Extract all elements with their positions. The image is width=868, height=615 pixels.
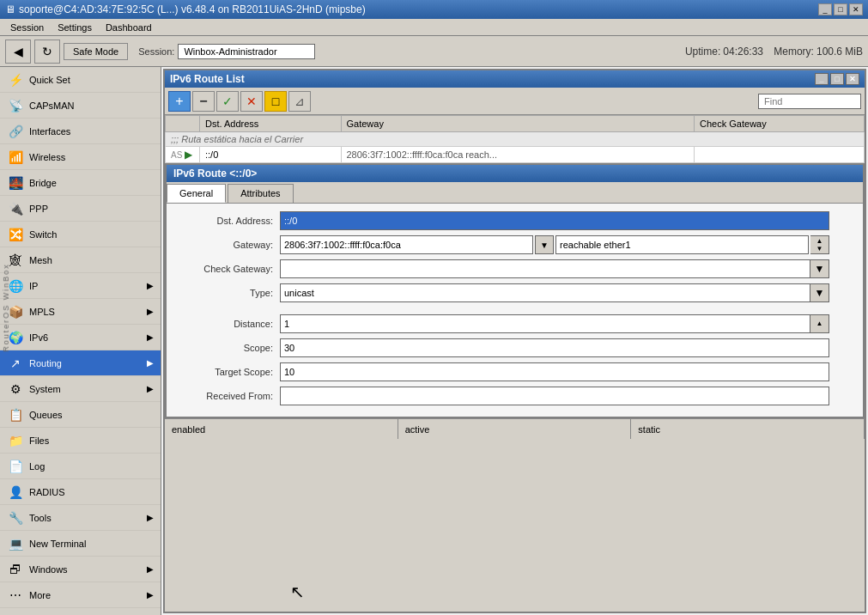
safe-mode-button[interactable]: Safe Mode [64, 43, 128, 60]
filter-button[interactable]: ⊿ [288, 91, 311, 112]
sidebar-item-windows[interactable]: 🗗 Windows ▶ [0, 557, 161, 582]
routing-expand-icon: ▶ [147, 358, 154, 368]
route-table: Dst. Address Gateway Check Gateway ;;; R… [165, 115, 865, 163]
sidebar-item-label: Mesh [29, 255, 154, 265]
sidebar-item-new-terminal[interactable]: 💻 New Terminal [0, 531, 161, 557]
sidebar-item-log[interactable]: 📄 Log [0, 454, 161, 479]
route-flag: AS ▶ [166, 147, 200, 163]
files-icon: 📁 [7, 432, 24, 449]
col-status[interactable] [166, 116, 200, 132]
queues-icon: 📋 [7, 406, 24, 423]
route-table-container: Dst. Address Gateway Check Gateway ;;; R… [165, 115, 865, 163]
forward-button[interactable]: ↻ [34, 40, 60, 64]
gateway-dropdown-button[interactable]: ▼ [535, 235, 554, 254]
close-button[interactable]: ✕ [849, 3, 863, 15]
menu-settings[interactable]: Settings [51, 21, 99, 34]
sidebar-item-queues[interactable]: 📋 Queues [0, 402, 161, 428]
back-button[interactable]: ◀ [5, 40, 31, 64]
table-row[interactable]: AS ▶ ::/0 2806:3f7:1002::ffff:f0ca:f0ca … [166, 147, 865, 163]
check-gateway-dropdown-button[interactable]: ▼ [810, 259, 829, 278]
col-check-gateway[interactable]: Check Gateway [695, 116, 865, 132]
sidebar-item-ip[interactable]: 🌐 IP ▶ [0, 273, 161, 299]
sidebar-item-radius[interactable]: 👤 RADIUS [0, 479, 161, 505]
sidebar: ⚡ Quick Set 📡 CAPsMAN 🔗 Interfaces 📶 Wir… [0, 67, 161, 615]
sidebar-item-ppp[interactable]: 🔌 PPP [0, 196, 161, 222]
sidebar-item-mesh[interactable]: 🕸 Mesh [0, 247, 161, 273]
window-restore-button[interactable]: □ [830, 73, 844, 85]
dst-address-input[interactable] [280, 211, 829, 230]
scope-input[interactable] [280, 338, 829, 357]
target-scope-input[interactable] [280, 362, 829, 381]
up-arrow-icon: ▲ [816, 320, 823, 327]
window-close-button[interactable]: ✕ [846, 73, 859, 85]
radius-icon: 👤 [7, 484, 24, 501]
sidebar-item-quick-set[interactable]: ⚡ Quick Set [0, 67, 161, 93]
disable-route-button[interactable]: ✕ [240, 91, 263, 112]
menu-session[interactable]: Session [3, 21, 51, 34]
sidebar-item-switch[interactable]: 🔀 Switch [0, 222, 161, 247]
content-area: IPv6 Route List _ □ ✕ + − ✓ ✕ □ ⊿ [161, 67, 868, 615]
gateway-reachable-arrows[interactable]: ▲ ▼ [810, 235, 829, 254]
sidebar-item-label: Wireless [29, 152, 154, 162]
tab-general[interactable]: General [167, 184, 226, 203]
sidebar-item-capsman[interactable]: 📡 CAPsMAN [0, 93, 161, 119]
received-from-input[interactable] [280, 387, 829, 405]
up-triangle-icon: ▲ [816, 238, 823, 245]
enable-route-button[interactable]: ✓ [216, 91, 239, 112]
status-enabled: enabled [165, 419, 398, 439]
type-dropdown-button[interactable]: ▼ [810, 283, 829, 302]
sidebar-item-ipv6[interactable]: 🌍 IPv6 ▶ [0, 325, 161, 350]
sidebar-item-interfaces[interactable]: 🔗 Interfaces [0, 119, 161, 144]
tab-attributes[interactable]: Attributes [228, 184, 293, 203]
scope-label: Scope: [177, 343, 280, 353]
uptime-label: Uptime: [685, 46, 720, 58]
sidebar-item-label: IPv6 [29, 332, 142, 343]
distance-arrows[interactable]: ▲ [810, 314, 829, 333]
col-dst-address[interactable]: Dst. Address [200, 116, 342, 132]
detail-body: Dst. Address: Gateway: ▼ ▲ ▼ [167, 204, 863, 417]
route-dst: ::/0 [200, 147, 342, 163]
sidebar-item-system[interactable]: ⚙ System ▶ [0, 376, 161, 402]
sidebar-item-routing[interactable]: ↗ Routing ▶ [0, 350, 161, 376]
sidebar-item-files[interactable]: 📁 Files [0, 428, 161, 454]
status-active: active [398, 419, 632, 439]
sidebar-item-bridge[interactable]: 🌉 Bridge [0, 170, 161, 196]
maximize-button[interactable]: □ [834, 3, 847, 15]
sidebar-item-mpls[interactable]: 📦 MPLS ▶ [0, 299, 161, 325]
window-minimize-button[interactable]: _ [815, 73, 829, 85]
sidebar-item-more[interactable]: ⋯ More ▶ [0, 582, 161, 608]
ppp-icon: 🔌 [7, 200, 24, 217]
distance-input[interactable] [280, 314, 810, 333]
col-gateway[interactable]: Gateway [341, 116, 695, 132]
sidebar-item-label: Routing [29, 358, 142, 368]
sidebar-item-label: Queues [29, 410, 154, 420]
comment-text: ;;; Ruta estática hacia el Carrier [166, 132, 865, 147]
ip-expand-icon: ▶ [147, 281, 154, 290]
menu-dashboard[interactable]: Dashboard [99, 21, 159, 34]
copy-route-button[interactable]: □ [264, 91, 287, 112]
find-input[interactable] [758, 94, 861, 109]
sidebar-item-label: Switch [29, 229, 154, 240]
flag-as: AS [171, 150, 182, 160]
add-route-button[interactable]: + [168, 91, 191, 112]
session-value: Winbox-Administrador [178, 44, 315, 59]
type-input[interactable] [280, 283, 810, 302]
sidebar-item-wireless[interactable]: 📶 Wireless [0, 144, 161, 170]
field-dst-address: Dst. Address: [177, 210, 853, 231]
minimize-button[interactable]: _ [818, 3, 832, 15]
windows-expand-icon: ▶ [147, 564, 154, 574]
title-bar-icon: 🖥 [5, 3, 15, 15]
session-label: Session: [138, 46, 174, 57]
quick-set-icon: ⚡ [7, 71, 24, 88]
remove-route-button[interactable]: − [192, 91, 215, 112]
uptime-info: Uptime: 04:26:33 Memory: 100.6 MiB [685, 46, 863, 58]
detail-title-text: IPv6 Route <::/0> [173, 167, 257, 180]
flag-arrow: ▶ [185, 149, 192, 161]
sidebar-item-label: Files [29, 435, 154, 446]
sidebar-item-tools[interactable]: 🔧 Tools ▶ [0, 505, 161, 531]
gateway-reachable-input[interactable] [555, 235, 809, 254]
gateway-input[interactable] [280, 235, 533, 254]
check-gateway-input[interactable] [280, 259, 810, 278]
sidebar-item-label: Interfaces [29, 126, 154, 137]
distance-label: Distance: [177, 319, 280, 329]
